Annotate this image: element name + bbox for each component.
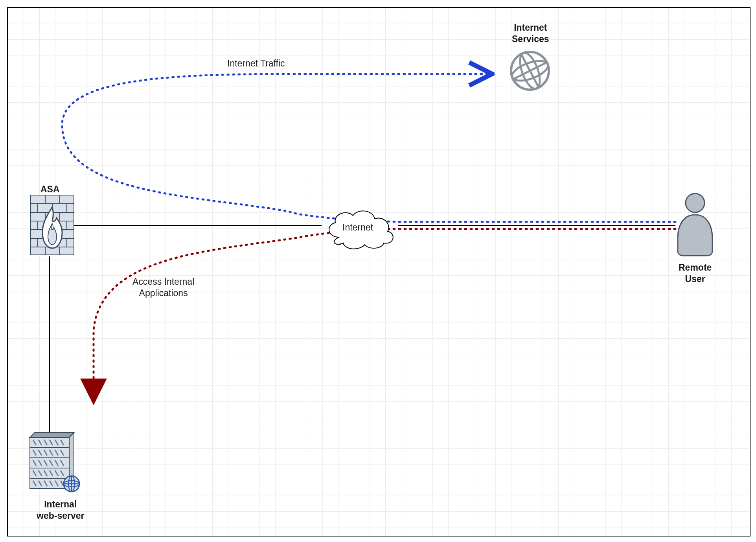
- diagram-canvas: ASA Internet Internet Services Remote Us…: [0, 0, 756, 542]
- grid-background: [7, 7, 750, 536]
